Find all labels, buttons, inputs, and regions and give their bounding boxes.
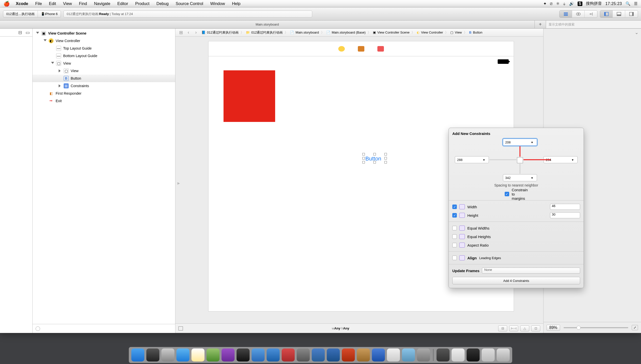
ime-label[interactable]: 搜狗拼音 xyxy=(586,1,602,6)
aspect-ratio-checkbox[interactable] xyxy=(452,243,457,247)
outline-filter[interactable] xyxy=(33,324,175,333)
add-constraints-button[interactable]: Add 4 Constraints xyxy=(452,277,580,284)
scheme-device[interactable]: 📱 iPhone 6 xyxy=(38,11,61,17)
dock-app-icon[interactable] xyxy=(282,348,295,361)
size-class-control[interactable]: wAny hAny xyxy=(183,326,498,330)
outline-exit[interactable]: ⮕Exit xyxy=(33,97,175,105)
dock-minimized-icon[interactable] xyxy=(437,348,450,361)
jumpbar-project[interactable]: 📘 012通过约束执行动画 xyxy=(200,30,240,35)
canvas-red-view[interactable] xyxy=(224,70,275,122)
outline-constraints[interactable]: ⊞Constraints xyxy=(33,82,175,90)
resizing-button[interactable]: ⊡ xyxy=(531,325,540,331)
jumpbar-folder[interactable]: 📁 012通过约束执行动画 xyxy=(244,30,284,35)
apple-menu-icon[interactable]: 🍎 xyxy=(4,1,10,7)
toggle-debug-button[interactable] xyxy=(613,11,625,18)
constrain-margins-checkbox[interactable]: ✓ xyxy=(505,192,509,196)
leading-beam[interactable] xyxy=(489,159,516,160)
dock-app-icon[interactable] xyxy=(327,348,340,361)
toggle-navigator-button[interactable] xyxy=(600,11,613,18)
outline-subview[interactable]: ▢View xyxy=(33,67,175,75)
assistant-editor-button[interactable] xyxy=(572,11,585,18)
related-items-icon[interactable]: ⊟ xyxy=(18,30,22,35)
dock-terminal-icon[interactable] xyxy=(237,348,250,361)
volume-icon[interactable]: 🔊 xyxy=(569,1,574,6)
canvas-collapse-icon[interactable]: ▸ xyxy=(177,180,180,186)
menubar-clock[interactable]: 17:25:23 xyxy=(605,2,622,6)
grid-icon[interactable]: ⊞ xyxy=(177,30,184,35)
menu-editor[interactable]: Editor xyxy=(114,0,132,8)
dock-app-icon[interactable] xyxy=(252,348,265,361)
dock-word-icon[interactable] xyxy=(372,348,385,361)
dock-xcode-icon[interactable] xyxy=(206,348,220,361)
bottom-beam[interactable] xyxy=(519,164,520,174)
menu-view[interactable]: View xyxy=(60,0,75,8)
bottom-spacing-field[interactable]: 342▾ xyxy=(503,174,537,181)
selection-handle[interactable] xyxy=(362,157,365,159)
jumpbar-button[interactable]: B Button xyxy=(468,31,484,34)
chevron-down-icon[interactable]: ▾ xyxy=(483,158,487,161)
menu-window[interactable]: Window xyxy=(207,0,229,8)
trailing-beam[interactable] xyxy=(523,159,551,160)
inspector-tab-dropdown[interactable]: ⌄ xyxy=(635,30,638,35)
zoom-fit-button[interactable]: ⤢ xyxy=(632,325,638,330)
selection-handle[interactable] xyxy=(373,161,376,163)
file-tab[interactable]: Main.storyboard xyxy=(0,21,535,28)
jumpbar-view[interactable]: ▢ View xyxy=(449,31,463,34)
dock-app-icon[interactable] xyxy=(387,348,400,361)
dock-app-icon[interactable] xyxy=(402,348,415,361)
toggle-outline-icon[interactable] xyxy=(178,326,183,330)
menu-navigate[interactable]: Navigate xyxy=(90,0,114,8)
chevron-down-icon[interactable]: ▾ xyxy=(572,158,575,161)
dock-trash-icon[interactable] xyxy=(497,348,510,361)
menu-product[interactable]: Product xyxy=(132,0,153,8)
bluetooth-icon[interactable]: ⚛ xyxy=(556,1,560,6)
zoom-level[interactable]: 89% xyxy=(547,325,560,331)
selection-handle[interactable] xyxy=(384,153,387,155)
update-frames-select[interactable]: None xyxy=(482,268,580,274)
selection-handle[interactable] xyxy=(373,153,376,155)
menu-help[interactable]: Help xyxy=(229,0,244,8)
dock-onenote-icon[interactable] xyxy=(222,348,235,361)
outline-bottom-layout-guide[interactable]: ―Bottom Layout Guide xyxy=(33,52,175,60)
forward-button[interactable]: › xyxy=(192,30,199,35)
zoom-slider[interactable] xyxy=(564,327,628,328)
dock-app-icon[interactable] xyxy=(357,348,370,361)
leading-spacing-field[interactable]: 288▾ xyxy=(455,156,489,163)
dock-safari-icon[interactable] xyxy=(176,348,189,361)
scene-exit-icon[interactable] xyxy=(377,46,384,52)
app-menu[interactable]: Xcode xyxy=(12,0,32,8)
back-button[interactable]: ‹ xyxy=(185,30,192,35)
width-checkbox[interactable]: ✓ xyxy=(452,205,457,209)
scheme-selector[interactable]: 012通过…执行动画 📱 iPhone 6 xyxy=(3,11,61,18)
scene-first-responder-icon[interactable] xyxy=(358,46,364,52)
dock-app-icon[interactable] xyxy=(312,348,325,361)
outline-top-layout-guide[interactable]: ―Top Layout Guide xyxy=(33,45,175,52)
align-button[interactable]: ⊟ xyxy=(498,325,507,331)
spotlight-icon[interactable]: 🔍 xyxy=(625,1,630,6)
selection-handle[interactable] xyxy=(362,161,365,163)
equal-heights-checkbox[interactable] xyxy=(452,234,457,239)
jumpbar-scene[interactable]: ▣ View Controller Scene xyxy=(371,31,411,34)
resolve-issues-button[interactable]: △ xyxy=(520,325,529,331)
height-checkbox[interactable]: ✓ xyxy=(452,213,457,218)
new-tab-button[interactable]: + xyxy=(535,21,546,28)
dock-settings-icon[interactable] xyxy=(146,348,159,361)
dock-preview-icon[interactable] xyxy=(417,348,430,361)
outline-view[interactable]: ▢View xyxy=(33,60,175,67)
dock-minimized-icon[interactable] xyxy=(467,348,480,361)
top-spacing-field[interactable]: 208▾ xyxy=(503,139,537,146)
wifi-icon[interactable]: ⏚ xyxy=(563,2,566,6)
menu-source-control[interactable]: Source Control xyxy=(172,0,207,8)
menu-file[interactable]: File xyxy=(32,0,46,8)
dock-app-icon[interactable] xyxy=(267,348,280,361)
status-icon[interactable]: ✦ xyxy=(543,1,547,6)
version-editor-button[interactable] xyxy=(585,11,597,18)
menu-edit[interactable]: Edit xyxy=(45,0,59,8)
ime-badge-icon[interactable]: S xyxy=(578,2,582,6)
selection-handle[interactable] xyxy=(384,161,387,163)
outline-button[interactable]: BButton xyxy=(33,75,175,82)
jumpbar-storyboard-base[interactable]: 📄 Main.storyboard (Base) xyxy=(325,31,367,34)
dock-finder-icon[interactable] xyxy=(131,348,144,361)
equal-widths-checkbox[interactable] xyxy=(452,226,457,230)
jumpbar-viewcontroller[interactable]: ◐ View Controller xyxy=(415,31,445,34)
